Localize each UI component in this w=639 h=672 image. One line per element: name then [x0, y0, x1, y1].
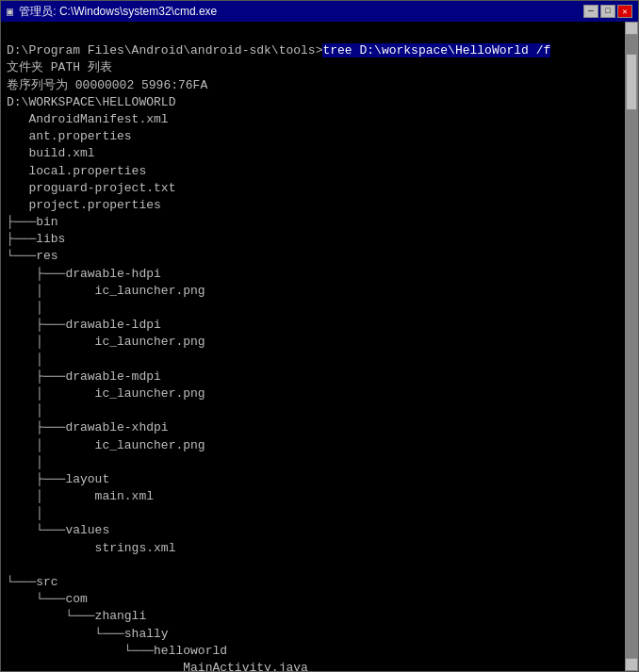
maximize-button[interactable]: □: [600, 5, 615, 18]
tree-values: └───values: [7, 523, 109, 537]
tree-strings-xml: strings.xml: [7, 541, 175, 555]
tree-layout: ├───layout: [7, 472, 109, 486]
line2: 卷序列号为 00000002 5996:76FA: [7, 78, 207, 92]
scrollbar-thumb[interactable]: [626, 54, 637, 110]
tree-sep1: │: [7, 301, 43, 315]
command-text: tree D:\workspace\HelloWorld /f: [322, 43, 550, 57]
tree-sep4: │: [7, 455, 43, 469]
tree-helloworld: └───helloworld: [7, 644, 227, 658]
tree-libs: ├───libs: [7, 232, 65, 246]
file-proguard: proguard-project.txt: [7, 181, 175, 195]
tree-sep5: │: [7, 506, 43, 520]
minimize-button[interactable]: ─: [583, 5, 598, 18]
file-local-properties: local.properties: [7, 164, 146, 178]
tree-shally: └───shally: [7, 627, 169, 641]
tree-res: └───res: [7, 249, 58, 263]
tree-mainactivity: MainActivity.java: [7, 661, 308, 671]
file-ant-properties: ant.properties: [7, 129, 132, 143]
tree-drawable-mdpi: ├───drawable-mdpi: [7, 369, 161, 384]
tree-main-xml: │ main.xml: [7, 489, 154, 503]
tree-src: └───src: [7, 575, 58, 589]
scrollbar-track[interactable]: [625, 35, 638, 658]
tree-zhangli: └───zhangli: [7, 609, 146, 623]
tree-drawable-xhdpi: ├───drawable-xhdpi: [7, 420, 169, 434]
file-project-properties: project.properties: [7, 198, 161, 212]
tree-drawable-hdpi: ├───drawable-hdpi: [7, 267, 161, 281]
window-icon: ▣: [7, 5, 13, 19]
tree-sep2: │: [7, 352, 43, 367]
cmd-window: ▣ 管理员: C:\Windows\system32\cmd.exe ─ □ ✕…: [0, 0, 639, 672]
tree-com: └───com: [7, 592, 88, 606]
close-button[interactable]: ✕: [617, 5, 632, 18]
tree-drawable-ldpi: ├───drawable-ldpi: [7, 318, 161, 332]
tree-ic-launcher-ldpi: │ ic_launcher.png: [7, 335, 205, 349]
title-controls: ─ □ ✕: [583, 5, 632, 18]
tree-bin: ├───bin: [7, 215, 58, 229]
tree-sep3: │: [7, 403, 43, 418]
title-bar: ▣ 管理员: C:\Windows\system32\cmd.exe ─ □ ✕: [1, 1, 638, 22]
tree-ic-launcher-hdpi: │ ic_launcher.png: [7, 284, 205, 298]
scrollbar[interactable]: ▲ ▼: [625, 22, 638, 671]
tree-ic-launcher-mdpi: │ ic_launcher.png: [7, 386, 205, 401]
file-build-xml: build.xml: [7, 146, 95, 160]
terminal-content: D:\Program Files\Android\android-sdk\too…: [7, 25, 632, 671]
line1: 文件夹 PATH 列表: [7, 60, 112, 74]
scroll-up-button[interactable]: ▲: [625, 22, 638, 35]
scroll-down-button[interactable]: ▼: [625, 658, 638, 671]
initial-prompt: D:\Program Files\Android\android-sdk\too…: [7, 43, 322, 57]
window-title: 管理员: C:\Windows\system32\cmd.exe: [19, 4, 217, 20]
line3: D:\WORKSPACE\HELLOWORLD: [7, 95, 175, 109]
file-android-manifest: AndroidManifest.xml: [7, 112, 169, 126]
tree-ic-launcher-xhdpi: │ ic_launcher.png: [7, 438, 205, 452]
terminal[interactable]: D:\Program Files\Android\android-sdk\too…: [1, 22, 638, 671]
title-bar-left: ▣ 管理员: C:\Windows\system32\cmd.exe: [7, 4, 217, 20]
